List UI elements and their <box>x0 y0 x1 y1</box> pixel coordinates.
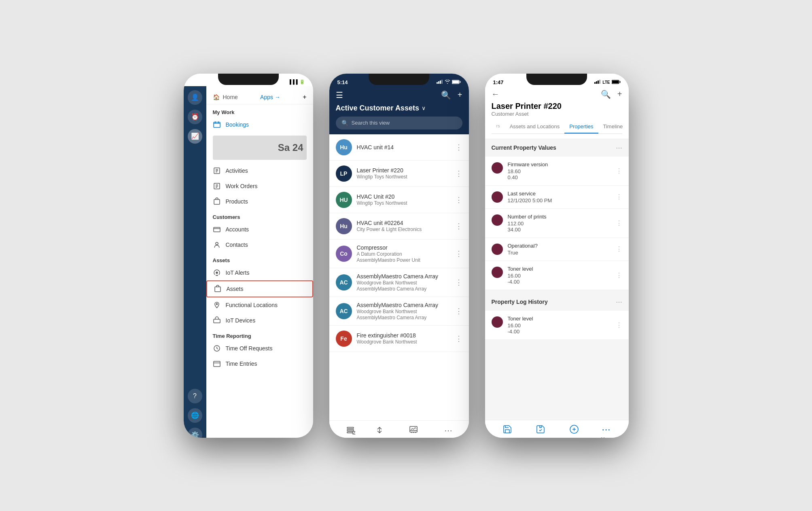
section-more-props[interactable]: ⋯ <box>616 144 622 152</box>
sidebar-globe-icon[interactable]: 🌐 <box>188 408 202 423</box>
status-icons-2 <box>437 80 461 85</box>
chart-icon <box>409 426 418 437</box>
sidebar-clock-icon[interactable]: ⏰ <box>188 110 202 124</box>
sidebar-item-bookings[interactable]: Bookings <box>206 117 313 132</box>
list-chevron-icon[interactable]: ∨ <box>422 105 426 111</box>
show-chart-button[interactable]: Show Chart <box>402 426 425 438</box>
prop-last-service[interactable]: Last service 12/1/2020 5:00 PM ⋮ <box>485 186 629 209</box>
sidebar-item-functional-locations[interactable]: Functional Locations <box>206 297 313 313</box>
item-content-4: Compressor A Datum Corporation AssemblyM… <box>357 244 450 263</box>
log-content-0: Toner level 16.00-4.00 <box>508 316 611 335</box>
item-more-6[interactable]: ⋮ <box>455 307 462 316</box>
sidebar-item-time-off[interactable]: Time Off Requests <box>206 341 313 356</box>
nav-screen: 👤 ⏰ 📈 ? 🌐 ⚙️ 🏠 Home Apps → + <box>184 86 313 438</box>
search-detail-icon[interactable]: 🔍 <box>601 89 611 99</box>
prop-toner[interactable]: Toner level 16.00-4.00 ⋮ <box>485 261 629 290</box>
prop-more-0[interactable]: ⋮ <box>616 167 622 175</box>
item-sub-5a: Woodgrove Bank Northwest <box>357 280 450 286</box>
item-content-2: HVAC Unit #20 Wingtip Toys Northwest <box>357 193 450 206</box>
sidebar-item-assets[interactable]: Assets <box>206 280 313 297</box>
list-item[interactable]: HU HVAC Unit #20 Wingtip Toys Northwest … <box>329 187 469 213</box>
avatar-7: Fe <box>336 331 352 347</box>
more-label-list: More <box>443 437 453 438</box>
item-more-2[interactable]: ⋮ <box>455 195 462 204</box>
list-toolbar: Select Sort Show Chart <box>329 420 469 438</box>
save-close-button[interactable]: Save & Close <box>527 424 554 438</box>
prop-label-0: Firmware version <box>508 161 611 168</box>
sidebar-item-contacts[interactable]: Contacts <box>206 237 313 252</box>
tab-rs[interactable]: rs <box>492 120 505 134</box>
list-item[interactable]: Hu HVAC unit #14 ⋮ <box>329 134 469 161</box>
prop-number-prints[interactable]: Number of prints 112.0034.00 ⋮ <box>485 209 629 238</box>
detail-title: Laser Printer #220 <box>492 102 622 111</box>
item-more-4[interactable]: ⋮ <box>455 249 462 258</box>
svg-point-10 <box>216 303 217 305</box>
nav-home-item[interactable]: 🏠 Home <box>213 94 238 100</box>
sidebar-item-time-entries[interactable]: Time Entries <box>206 356 313 371</box>
nav-sidebar: 👤 ⏰ 📈 ? 🌐 ⚙️ <box>184 86 206 438</box>
section-more-log[interactable]: ⋯ <box>616 298 622 306</box>
tab-assets-locations[interactable]: Assets and Locations <box>505 120 565 134</box>
item-sub-6b: AssemblyMaestro Camera Array <box>357 315 450 320</box>
item-more-3[interactable]: ⋮ <box>455 222 462 231</box>
plus-header-icon[interactable]: + <box>458 90 462 100</box>
list-item[interactable]: Hu HVAC unit #02264 City Power & Light E… <box>329 213 469 240</box>
item-more-7[interactable]: ⋮ <box>455 334 462 343</box>
back-button[interactable]: ← <box>492 89 500 99</box>
section-log-history: Property Log History ⋯ Toner level 16.00… <box>485 293 629 340</box>
select-button[interactable]: Select <box>345 426 357 438</box>
prop-more-4[interactable]: ⋮ <box>616 271 622 279</box>
list-item[interactable]: Co Compressor A Datum Corporation Assemb… <box>329 240 469 268</box>
tab-properties[interactable]: Properties <box>564 120 598 134</box>
wifi-2 <box>445 80 450 85</box>
svg-rect-5 <box>214 199 220 204</box>
sidebar-help-icon[interactable]: ? <box>188 389 202 403</box>
sort-button[interactable]: Sort <box>375 426 384 438</box>
activities-label: Activities <box>226 168 248 174</box>
sidebar-item-products[interactable]: Products <box>206 194 313 209</box>
item-sub-4a: A Datum Corporation <box>357 251 450 257</box>
battery-2 <box>452 80 461 85</box>
new-button[interactable]: New <box>562 424 586 438</box>
sidebar-item-iot-devices[interactable]: IoT Devices <box>206 313 313 328</box>
list-item[interactable]: Fe Fire extinguisher #0018 Woodgrove Ban… <box>329 326 469 352</box>
prop-more-1[interactable]: ⋮ <box>616 193 622 201</box>
log-toner[interactable]: Toner level 16.00-4.00 ⋮ <box>485 311 629 340</box>
iot-alerts-label: IoT Alerts <box>226 269 250 276</box>
prop-firmware[interactable]: Firmware version 18.600.40 ⋮ <box>485 157 629 186</box>
sidebar-item-activities[interactable]: Activities <box>206 163 313 178</box>
sidebar-avatar[interactable]: 👤 <box>188 90 202 105</box>
sidebar-chart-icon[interactable]: 📈 <box>188 129 202 144</box>
sidebar-item-workorders[interactable]: Work Orders <box>206 178 313 194</box>
svg-rect-17 <box>441 80 443 84</box>
prop-value-3: True <box>508 250 611 256</box>
item-more-5[interactable]: ⋮ <box>455 278 462 287</box>
sidebar-settings-icon[interactable]: ⚙️ <box>188 428 202 438</box>
sidebar-item-iot-alerts[interactable]: IoT Alerts <box>206 265 313 280</box>
search-header-icon[interactable]: 🔍 <box>441 90 451 100</box>
prop-dot-3 <box>492 244 503 255</box>
prop-more-2[interactable]: ⋮ <box>616 219 622 227</box>
apps-link[interactable]: Apps → <box>260 94 280 100</box>
save-button[interactable]: Save <box>495 424 519 438</box>
status-time-3: 1:47 <box>493 79 504 85</box>
plus-detail-icon[interactable]: + <box>617 89 622 99</box>
sidebar-item-accounts[interactable]: Accounts <box>206 222 313 237</box>
prop-more-3[interactable]: ⋮ <box>616 245 622 253</box>
hamburger-icon[interactable]: ☰ <box>336 90 343 100</box>
log-more-0[interactable]: ⋮ <box>616 321 622 329</box>
list-item[interactable]: AC AssemblyMaestro Camera Array Woodgrov… <box>329 297 469 326</box>
item-name-3: HVAC unit #02264 <box>357 220 450 226</box>
prop-operational[interactable]: Operational? True ⋮ <box>485 238 629 261</box>
item-more-1[interactable]: ⋮ <box>455 169 462 178</box>
more-button-list[interactable]: ⋯ More <box>443 426 453 438</box>
calendar-preview: Sa 24 <box>213 136 307 160</box>
list-search[interactable]: 🔍 Search this view <box>336 117 462 129</box>
list-item[interactable]: LP Laser Printer #220 Wingtip Toys North… <box>329 161 469 187</box>
nav-plus-icon[interactable]: + <box>303 93 306 101</box>
tab-timeline[interactable]: Timeline <box>598 120 628 134</box>
more-button-detail[interactable]: ⋯ More <box>594 424 618 438</box>
item-more-0[interactable]: ⋮ <box>455 143 462 152</box>
workorders-label: Work Orders <box>226 183 258 189</box>
list-item[interactable]: AC AssemblyMaestro Camera Array Woodgrov… <box>329 268 469 297</box>
